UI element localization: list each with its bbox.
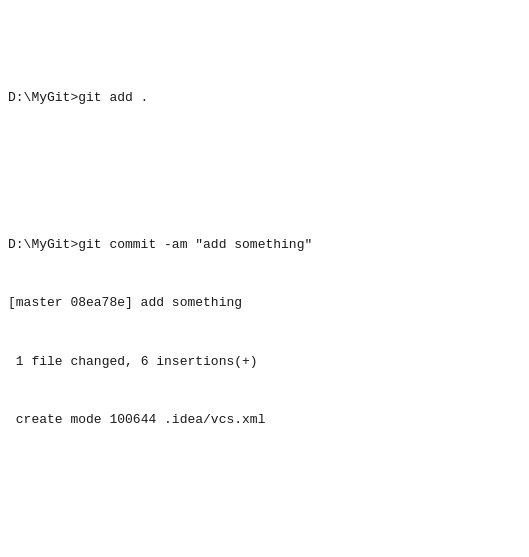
terminal-output: D:\MyGit>git add . D:\MyGit>git commit -… (8, 10, 521, 557)
commit-create-mode: create mode 100644 .idea/vcs.xml (8, 410, 521, 430)
cmd-git-commit: D:\MyGit>git commit -am "add something" (8, 235, 521, 255)
cmd-git-add: D:\MyGit>git add . (8, 88, 521, 108)
commit-files-changed: 1 file changed, 6 insertions(+) (8, 352, 521, 372)
commit-result: [master 08ea78e] add something (8, 293, 521, 313)
